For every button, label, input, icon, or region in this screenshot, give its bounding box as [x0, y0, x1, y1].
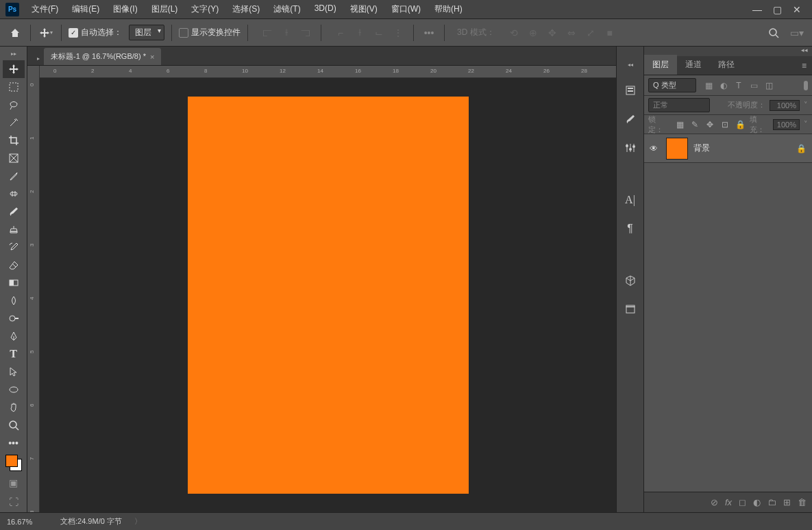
menu-layer[interactable]: 图层(L) [146, 1, 184, 18]
align-left-icon[interactable]: ⫍ [259, 25, 275, 41]
adjustments-panel-icon[interactable] [621, 138, 640, 157]
hand-tool[interactable] [3, 399, 25, 416]
foreground-color[interactable] [5, 455, 18, 467]
lock-position-icon[interactable]: ✥ [704, 119, 715, 130]
layer-group-icon[interactable]: 🗀 [767, 497, 776, 507]
new-layer-icon[interactable]: ⊞ [783, 497, 791, 507]
libraries-panel-icon[interactable] [621, 300, 640, 319]
eraser-tool[interactable] [3, 256, 25, 274]
adjustment-layer-icon[interactable]: ◐ [753, 497, 761, 507]
dock-expand[interactable]: ◂◂ [617, 60, 643, 68]
layer-filter-dropdown[interactable]: Q 类型 [648, 78, 696, 92]
canvas[interactable] [188, 97, 469, 494]
path-selection-tool[interactable] [3, 363, 25, 381]
type-tool[interactable]: T [3, 345, 25, 363]
filter-smart-icon[interactable]: ◫ [763, 80, 774, 91]
close-tab-icon[interactable]: × [150, 53, 154, 61]
tabs-expand[interactable]: ▸ [33, 54, 44, 62]
3d-orbit-icon[interactable]: ⟲ [506, 25, 522, 41]
brush-tool[interactable] [3, 203, 25, 220]
brush-panel-icon[interactable] [621, 110, 640, 129]
3d-pan-icon[interactable]: ✥ [544, 25, 561, 41]
menu-image[interactable]: 图像(I) [108, 1, 143, 18]
crop-tool[interactable] [3, 131, 25, 149]
lock-artboard-icon[interactable]: ⊡ [719, 119, 730, 130]
layer-locked-icon[interactable]: 🔒 [796, 144, 807, 153]
character-panel-icon[interactable]: A| [621, 190, 640, 210]
healing-brush-tool[interactable] [3, 185, 25, 203]
blend-mode-dropdown[interactable]: 正常 [648, 98, 710, 112]
3d-roll-icon[interactable]: ⊕ [525, 25, 541, 41]
3d-panel-icon[interactable] [621, 271, 640, 290]
search-icon[interactable] [765, 25, 782, 41]
zoom-tool[interactable] [3, 416, 25, 434]
menu-edit[interactable]: 编辑(E) [66, 1, 105, 18]
frame-tool[interactable] [3, 149, 25, 167]
clone-stamp-tool[interactable] [3, 220, 25, 238]
maximize-button[interactable]: ▢ [773, 4, 782, 15]
filter-adjustment-icon[interactable]: ◐ [718, 80, 729, 91]
3d-scale-icon[interactable]: ⤢ [582, 25, 599, 41]
show-transform-checkbox[interactable]: 显示变换控件 [179, 27, 241, 38]
layer-row[interactable]: 👁 背景 🔒 [644, 134, 812, 163]
menu-view[interactable]: 视图(V) [345, 1, 383, 18]
canvas-viewport[interactable] [40, 78, 616, 512]
gradient-tool[interactable] [3, 274, 25, 292]
move-tool-indicator[interactable]: ▾ [38, 25, 54, 41]
minimize-button[interactable]: — [752, 4, 762, 15]
history-brush-tool[interactable] [3, 238, 25, 256]
vertical-ruler[interactable]: 012345678 [27, 66, 40, 512]
menu-filter[interactable]: 滤镜(T) [268, 1, 306, 18]
filter-pixel-icon[interactable]: ▦ [703, 80, 714, 91]
lock-transparency-icon[interactable]: ▦ [674, 119, 685, 130]
lock-pixels-icon[interactable]: ✎ [689, 119, 700, 130]
lock-all-icon[interactable]: 🔒 [735, 119, 746, 130]
layer-visibility-icon[interactable]: 👁 [650, 144, 661, 153]
history-panel-icon[interactable] [621, 81, 640, 100]
menu-help[interactable]: 帮助(H) [429, 1, 468, 18]
fill-value[interactable]: 100% [773, 119, 800, 130]
menu-type[interactable]: 文字(Y) [186, 1, 224, 18]
lasso-tool[interactable] [3, 96, 25, 114]
home-button[interactable] [7, 25, 23, 41]
document-tab[interactable]: 未标题-1 @ 16.7%(RGB/8) * × [44, 48, 161, 65]
document-info[interactable]: 文档:24.9M/0 字节 [60, 516, 122, 527]
panel-menu-icon[interactable]: ≡ [796, 57, 812, 75]
filter-toggle[interactable] [804, 81, 808, 90]
shape-tool[interactable] [3, 381, 25, 399]
paragraph-panel-icon[interactable]: ¶ [621, 219, 640, 238]
status-menu-icon[interactable]: 〉 [134, 516, 142, 527]
pen-tool[interactable] [3, 327, 25, 345]
menu-file[interactable]: 文件(F) [26, 1, 64, 18]
move-tool[interactable] [3, 60, 25, 78]
3d-slide-icon[interactable]: ⇔ [563, 25, 580, 41]
dodge-tool[interactable] [3, 310, 25, 327]
distribute-icon[interactable]: ⋮ [390, 25, 406, 41]
layer-mask-icon[interactable]: ◻ [739, 497, 746, 507]
tab-layers[interactable]: 图层 [644, 55, 677, 75]
filter-shape-icon[interactable]: ▭ [748, 80, 759, 91]
align-right-icon[interactable]: ⫎ [297, 25, 314, 41]
align-middle-icon[interactable]: ⫲ [352, 25, 368, 41]
blur-tool[interactable] [3, 292, 25, 310]
layer-thumbnail[interactable] [666, 138, 688, 160]
menu-select[interactable]: 选择(S) [227, 1, 265, 18]
color-swatches[interactable] [5, 455, 22, 471]
3d-camera-icon[interactable]: ■ [602, 25, 618, 41]
more-options-icon[interactable]: ••• [421, 25, 437, 41]
tab-channels[interactable]: 通道 [677, 55, 710, 75]
marquee-tool[interactable] [3, 78, 25, 96]
filter-type-icon[interactable]: T [733, 80, 744, 91]
link-layers-icon[interactable]: ⊘ [711, 497, 718, 507]
delete-layer-icon[interactable]: 🗑 [798, 497, 807, 507]
close-button[interactable]: ✕ [793, 4, 801, 15]
auto-select-dropdown[interactable]: 图层 [129, 25, 164, 40]
workspace-icon[interactable]: ▭▾ [789, 25, 805, 41]
horizontal-ruler[interactable]: 024681012141618202224262830 [40, 66, 616, 78]
menu-3d[interactable]: 3D(D) [309, 1, 342, 18]
zoom-level[interactable]: 16.67% [7, 518, 48, 526]
edit-toolbar[interactable]: ••• [3, 434, 25, 452]
eyedropper-tool[interactable] [3, 167, 25, 185]
screenmode-toggle[interactable]: ⛶ [3, 494, 25, 509]
align-top-icon[interactable]: ⌐ [332, 25, 349, 41]
